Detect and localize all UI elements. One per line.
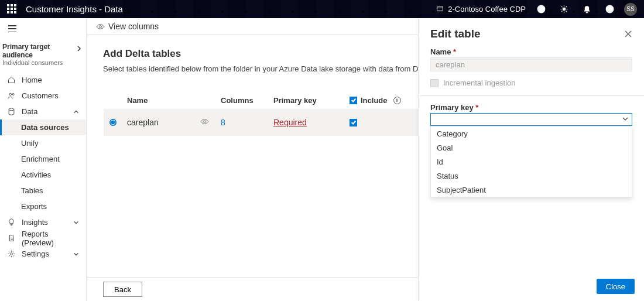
- audience-picker[interactable]: Primary target audience Individual consu…: [0, 39, 86, 72]
- col-pk: Primary key: [273, 96, 350, 105]
- home-icon: [7, 76, 16, 84]
- include-all-checkbox[interactable]: [350, 97, 357, 104]
- row-name: careplan: [127, 118, 159, 127]
- chevron-down-icon: [73, 251, 79, 257]
- people-icon: [7, 91, 16, 100]
- audience-heading: Primary target audience: [2, 43, 80, 59]
- nav-data[interactable]: Data: [0, 104, 86, 119]
- svg-point-10: [11, 253, 13, 255]
- chevron-up-icon: [73, 109, 79, 115]
- dd-option-category[interactable]: Category: [431, 126, 632, 141]
- gear-icon[interactable]: [559, 4, 569, 14]
- col-include: Include: [361, 96, 388, 105]
- nav-data-sources[interactable]: Data sources: [0, 119, 86, 135]
- eye-icon: [96, 22, 105, 31]
- document-icon: [7, 234, 16, 242]
- nav-activities[interactable]: Activities: [0, 167, 86, 183]
- col-name: Name: [127, 96, 221, 105]
- environment-picker[interactable]: 2-Contoso Coffee CDP: [436, 5, 526, 13]
- nav-settings[interactable]: Settings: [0, 246, 86, 262]
- avatar[interactable]: SS: [624, 3, 637, 16]
- nav-customers[interactable]: Customers: [0, 88, 86, 104]
- primary-key-input[interactable]: [430, 113, 632, 126]
- nav-home[interactable]: Home: [0, 72, 86, 88]
- incremental-label: Incremental ingestion: [443, 78, 516, 87]
- svg-point-1: [537, 5, 545, 13]
- name-field-label: Name *: [430, 47, 632, 56]
- chevron-right-icon: [77, 45, 81, 52]
- name-field: [430, 57, 632, 71]
- incremental-checkbox: [430, 79, 439, 87]
- nav-insights[interactable]: Insights: [0, 214, 86, 230]
- nav-unify[interactable]: Unify: [0, 135, 86, 151]
- svg-point-8: [12, 93, 14, 95]
- bulb-icon: [7, 218, 16, 227]
- pk-field-label: Primary key *: [430, 103, 632, 112]
- dd-option-subjectpatient[interactable]: SubjectPatient: [431, 183, 632, 197]
- svg-point-9: [9, 108, 14, 111]
- environment-label: 2-Contoso Coffee CDP: [448, 5, 526, 13]
- back-button[interactable]: Back: [103, 282, 142, 297]
- svg-point-6: [609, 11, 610, 11]
- svg-point-2: [540, 8, 540, 8]
- panel-title: Edit table: [430, 28, 481, 40]
- smiley-icon[interactable]: [536, 4, 546, 14]
- svg-point-4: [563, 8, 565, 10]
- svg-rect-0: [437, 6, 443, 11]
- preview-icon[interactable]: [200, 117, 209, 128]
- primary-key-dropdown: Category Goal Id Status SubjectPatient: [430, 126, 632, 197]
- pk-required-link[interactable]: Required: [273, 118, 350, 127]
- database-icon: [7, 107, 16, 116]
- nav-tables[interactable]: Tables: [0, 183, 86, 199]
- svg-point-11: [100, 25, 102, 28]
- dd-option-goal[interactable]: Goal: [431, 141, 632, 155]
- dd-option-status[interactable]: Status: [431, 169, 632, 183]
- view-columns-button[interactable]: View columns: [108, 22, 159, 31]
- close-button[interactable]: Close: [597, 279, 635, 294]
- nav-enrichment[interactable]: Enrichment: [0, 151, 86, 167]
- gear-icon: [7, 249, 16, 258]
- nav-collapse-icon[interactable]: [8, 25, 16, 32]
- col-columns: Columns: [221, 96, 273, 105]
- close-icon[interactable]: [624, 30, 632, 38]
- chevron-down-icon: [73, 220, 79, 225]
- help-icon[interactable]: [605, 4, 615, 14]
- svg-point-3: [542, 8, 543, 8]
- columns-link[interactable]: 8: [221, 118, 273, 127]
- bell-icon[interactable]: [582, 4, 592, 14]
- dd-option-id[interactable]: Id: [431, 155, 632, 169]
- audience-sub: Individual consumers: [2, 59, 80, 66]
- info-icon[interactable]: i: [393, 97, 401, 104]
- row-include-checkbox[interactable]: [350, 119, 357, 126]
- svg-point-12: [204, 121, 206, 123]
- row-radio[interactable]: [109, 119, 117, 126]
- nav-reports[interactable]: Reports (Preview): [0, 230, 86, 246]
- svg-point-7: [9, 93, 12, 95]
- app-title: Customer Insights - Data: [26, 4, 123, 14]
- app-launcher-icon[interactable]: [7, 4, 18, 15]
- nav-exports[interactable]: Exports: [0, 199, 86, 214]
